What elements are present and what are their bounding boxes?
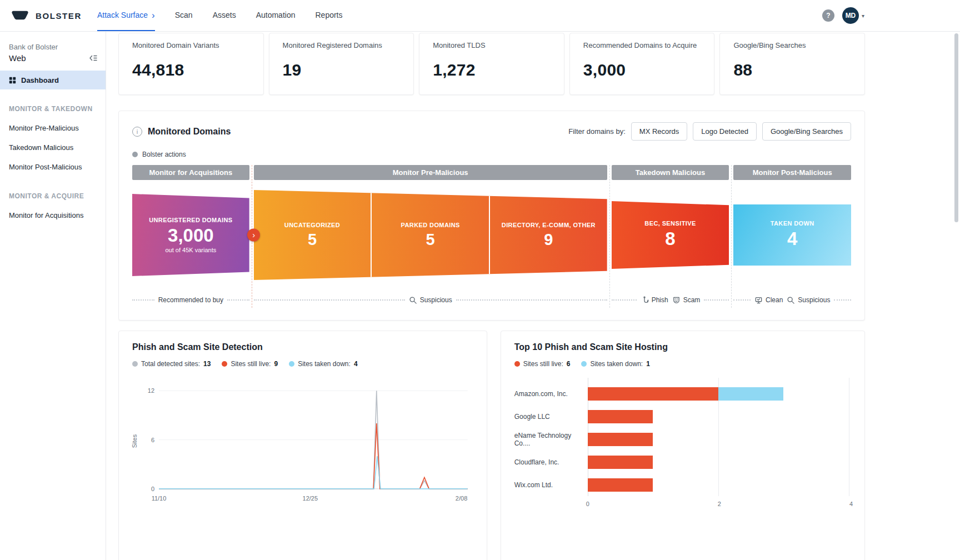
nav-item-assets[interactable]: Assets	[213, 0, 236, 31]
sidebar-item-dashboard[interactable]: Dashboard	[0, 71, 106, 89]
nav-item-label: Automation	[256, 11, 296, 19]
phish-hook-icon	[641, 296, 649, 304]
dashboard-icon	[9, 77, 16, 84]
nav-item-attack-surface[interactable]: Attack Surface ›	[97, 0, 155, 31]
sidebar: Bank of Bolster Web Dashboard MONITOR & …	[0, 32, 106, 560]
sidebar-item-monitor-pre-malicious[interactable]: Monitor Pre-Malicious	[0, 118, 106, 138]
monitored-domains-panel: i Monitored Domains Filter domains by: M…	[118, 111, 865, 321]
filter-google-bing-button[interactable]: Google/Bing Searches	[762, 122, 851, 141]
phish-indicator: Phish	[641, 296, 668, 304]
column-header: Monitor Pre-Malicious	[254, 165, 607, 180]
sidebar-collapse-icon[interactable]	[88, 54, 98, 62]
legend-total-detected: Total detected sites: 13	[132, 360, 211, 368]
legend-value: 9	[274, 360, 278, 368]
info-icon[interactable]: i	[132, 127, 142, 137]
funnel-arrow-button[interactable]: ›	[247, 229, 260, 242]
chevron-down-icon: ▾	[862, 13, 864, 19]
legend-value: 6	[567, 360, 571, 368]
dotted-leader	[612, 299, 637, 301]
funnel-segment-directory-ecomm-other[interactable]: DIRECTORY, E-COMM, OTHER 9	[490, 190, 607, 280]
nav-item-reports[interactable]: Reports	[315, 0, 342, 31]
legend-value: 4	[354, 360, 358, 368]
bar-row: Google LLC	[514, 405, 851, 428]
stat-label: Google/Bing Searches	[733, 41, 851, 49]
bar-category-label: Cloudflare, Inc.	[514, 458, 588, 466]
nav-item-label: Attack Surface	[97, 11, 148, 19]
stats-row: Monitored Domain Variants 44,818 Monitor…	[118, 33, 865, 95]
hosting-bar-chart: Amazon.com, Inc.Google LLCeName Technolo…	[514, 382, 851, 509]
bar-segment	[588, 478, 653, 492]
footer-label: Recommended to buy	[158, 296, 223, 304]
clean-indicator: Clean	[754, 296, 783, 304]
dotted-leader	[834, 299, 851, 301]
dotted-leader	[132, 299, 154, 301]
funnel-block-taken-down[interactable]: TAKEN DOWN 4	[733, 204, 851, 266]
sidebar-item-monitor-for-acquisitions[interactable]: Monitor for Acquisitions	[0, 206, 106, 225]
legend-sites-taken-down: Sites taken down: 1	[581, 360, 649, 368]
phish-scam-detection-card: Phish and Scam Site Detection Total dete…	[118, 331, 487, 560]
legend-sites-still-live: Sites still live: 9	[222, 360, 278, 368]
bar-x-axis: 024	[588, 501, 851, 509]
x-tick-label: 2	[718, 501, 721, 507]
block-subtext: out of 45K variants	[165, 247, 216, 253]
bar-segment	[718, 387, 784, 401]
bar-category-label: Wix.com Ltd.	[514, 481, 588, 489]
column-header: Monitor Post-Malicious	[733, 165, 851, 180]
funnel-block-bec-sensitive[interactable]: BEC, SENSITIVE 8	[612, 201, 729, 269]
magnifier-icon	[787, 296, 795, 304]
x-tick-label: 4	[849, 501, 853, 507]
stat-label: Monitored TLDS	[433, 41, 551, 49]
bar-track	[588, 478, 849, 492]
nav-item-label: Reports	[315, 11, 342, 19]
funnel-segment-uncategorized[interactable]: UNCATEGORIZED 5	[254, 190, 372, 280]
suspicious-indicator: Suspicious	[787, 296, 830, 304]
legend-dot	[289, 361, 294, 367]
column-monitor-post-malicious: Monitor Post-Malicious TAKEN DOWN 4 Clea…	[733, 165, 851, 308]
org-name: Bank of Bolster	[0, 32, 106, 52]
block-label: TAKEN DOWN	[771, 220, 814, 227]
chart-title: Phish and Scam Site Detection	[132, 342, 473, 352]
bar-track	[588, 456, 849, 469]
x-tick-label: 0	[586, 501, 589, 507]
legend-label: Sites taken down:	[590, 360, 643, 368]
block-value: 4	[787, 228, 797, 249]
bar-segment	[588, 456, 653, 469]
user-menu[interactable]: MD ▾	[842, 7, 864, 24]
nav-item-automation[interactable]: Automation	[256, 0, 296, 31]
footer-label: Suspicious	[420, 296, 452, 304]
funnel-segment-parked-domains[interactable]: PARKED DOMAINS 5	[372, 190, 490, 280]
brand[interactable]: BOLSTER	[0, 0, 97, 31]
scam-mask-icon	[672, 296, 681, 304]
legend-dot	[581, 361, 587, 367]
sidebar-item-monitor-post-malicious[interactable]: Monitor Post-Malicious	[0, 157, 106, 177]
svg-text:12/25: 12/25	[303, 495, 318, 502]
top-hosting-card: Top 10 Phish and Scam Site Hosting Sites…	[501, 331, 865, 560]
stat-value: 1,272	[433, 61, 551, 79]
block-value: 8	[665, 228, 675, 249]
legend-dot	[514, 361, 520, 367]
legend-label: Bolster actions	[142, 151, 186, 158]
funnel-block-unregistered-domains[interactable]: UNREGISTERED DOMAINS 3,000 out of 45K va…	[132, 194, 249, 276]
help-icon[interactable]: ?	[822, 9, 834, 22]
nav-item-scan[interactable]: Scan	[175, 0, 193, 31]
bar-rows: Amazon.com, Inc.Google LLCeName Technolo…	[514, 382, 851, 496]
filter-logo-detected-button[interactable]: Logo Detected	[693, 122, 757, 141]
bar-category-label: Amazon.com, Inc.	[514, 390, 588, 398]
column-monitor-for-acquisitions: Monitor for Acquisitions UNREGISTERED DO…	[132, 165, 249, 308]
segment-value: 5	[426, 231, 435, 249]
stat-card-monitored-domain-variants: Monitored Domain Variants 44,818	[118, 33, 264, 95]
sidebar-item-takedown-malicious[interactable]: Takedown Malicious	[0, 138, 106, 157]
segment-value: 9	[544, 231, 553, 249]
legend-label: Sites still live:	[231, 360, 271, 368]
block-label: UNREGISTERED DOMAINS	[149, 217, 232, 223]
avatar[interactable]: MD	[842, 7, 859, 24]
filter-mx-records-button[interactable]: MX Records	[631, 122, 688, 141]
hosting-legend: Sites still live: 6 Sites taken down: 1	[514, 360, 851, 368]
footer-label: Phish	[652, 296, 668, 304]
stat-label: Monitored Domain Variants	[132, 41, 250, 49]
bar-row: Wix.com Ltd.	[514, 473, 851, 496]
sidebar-section-monitor-acquire: MONITOR & ACQUIRE	[0, 177, 106, 206]
segment-label: UNCATEGORIZED	[284, 222, 340, 228]
scrollbar[interactable]	[954, 33, 958, 222]
y-axis-label: Sites	[131, 434, 138, 448]
